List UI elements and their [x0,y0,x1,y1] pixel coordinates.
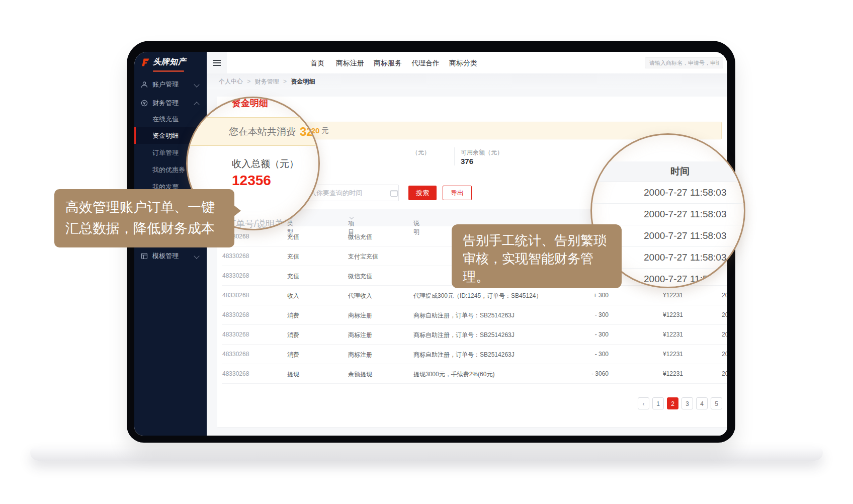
table-row: 48330268消费商标注册商标自助注册，订单号：SB2514263J- 300… [222,324,727,345]
breadcrumb-personal-center[interactable]: 个人中心 [219,78,243,85]
stat-balance-label: 可用余额（元） [461,148,503,157]
table-row: 48330268提现余额提现提现3000元，手续费2%(60元)- 3060¥1… [222,364,727,384]
table-row: 48330268消费商标注册商标自助注册，订单号：SB2514263J- 300… [222,305,727,325]
nav-agent-cooperation[interactable]: 代理合作 [411,59,440,68]
magnified-banner: 您在本站共消费 32124 [186,117,320,146]
pagination-prev-button[interactable]: ‹ [638,397,649,409]
sort-caret-icon [350,215,354,219]
nav-trademark-service[interactable]: 商标服务 [374,59,402,68]
sidebar-item-account[interactable]: 账户管理 [134,76,207,93]
pagination-page-2-active[interactable]: 2 [667,397,678,409]
hamburger-menu-icon[interactable] [207,52,227,73]
stat-divider [454,147,455,165]
nav-trademark-register[interactable]: 商标注册 [336,59,364,68]
chevron-down-icon [194,253,199,259]
brand-logo-icon [140,57,150,67]
chevron-down-icon [194,81,199,87]
table-row: 48330268收入代理收入代理提成300元（ID:1245，订单号：SB451… [222,285,727,305]
search-button[interactable]: 搜索 [408,186,437,200]
user-icon [141,81,148,88]
sidebar-item-label: 财务管理 [152,99,195,108]
export-button[interactable]: 导出 [443,186,472,200]
nav-trademark-category[interactable]: 商标分类 [449,59,477,68]
brand-name: 头牌知产 [153,57,186,67]
sidebar-item-label: 模板管理 [152,251,195,261]
top-navbar: 首页 商标注册 商标服务 代理合作 商标分类 [207,52,727,74]
sidebar-item-label: 账户管理 [152,80,195,89]
pagination-page-3[interactable]: 3 [681,397,693,409]
callout-right: 告别手工统计、告别繁琐审核，实现智能财务管理。 [452,224,622,288]
pagination-page-1[interactable]: 1 [652,397,664,409]
sidebar-item-template[interactable]: 模板管理 [134,247,207,264]
callout-arrow [234,205,241,216]
stat-expense-label: （元） [412,148,430,157]
income-total-label: 收入总额（元） [232,157,299,171]
breadcrumb-finance[interactable]: 财务管理 [255,78,279,85]
breadcrumb: 个人中心 > 财务管理 > 资金明细 [219,77,315,86]
finance-icon [141,100,148,107]
sidebar-item-finance[interactable]: 财务管理 [134,95,207,111]
col-project[interactable]: 项目 [348,214,353,221]
table-row: 48330268消费商标注册商标自助注册，订单号：SB2514263J- 300… [222,344,727,364]
brand-tagline [153,70,184,72]
magnified-time-header: 时间 [590,161,745,182]
pagination-page-5[interactable]: 5 [711,397,722,409]
template-icon [141,253,148,260]
callout-left: 高效管理账户订单、一键汇总数据，降低财务成本 [54,189,234,247]
pagination-page-4[interactable]: 4 [696,397,708,409]
brand-logo[interactable]: 头牌知产 [140,57,186,67]
active-indicator [134,127,136,144]
laptop-base [30,448,823,461]
breadcrumb-funds-detail: 资金明细 [291,78,315,85]
nav-home[interactable]: 首页 [310,59,324,68]
trademark-search-input[interactable] [645,57,723,68]
calendar-icon[interactable] [390,190,398,197]
magnified-time-row: 2000-7-27 11:58:03 [590,182,745,204]
income-total-value: 12356 [232,173,271,189]
breadcrumb-bar: 个人中心 > 财务管理 > 资金明细 [207,73,727,89]
magnified-tab: 资金明细 [232,97,268,109]
chevron-up-icon [194,102,199,107]
pagination: ‹ 1 2 3 4 5 [638,397,722,409]
magnified-time-row: 2000-7-27 11:58:03 [590,203,745,225]
stat-balance-value: 376 [461,157,473,165]
